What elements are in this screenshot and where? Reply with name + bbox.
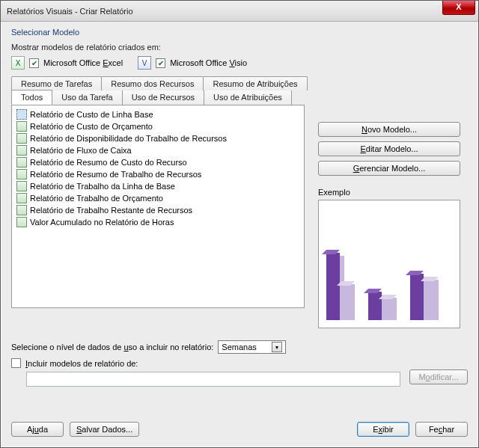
show-models-label: Mostrar modelos de relatório criados em:	[11, 43, 468, 52]
tab-resumo-recursos[interactable]: Resumo dos Recursos	[101, 76, 204, 90]
list-item-label: Relatório de Custo de Orçamento	[30, 122, 153, 131]
list-item-label: Relatório de Resumo de Custo do Recurso	[30, 158, 187, 167]
close-button[interactable]: X	[442, 1, 475, 15]
manage-model-button[interactable]: Gerenciar Modelo...	[318, 161, 460, 176]
close-icon: X	[456, 2, 461, 11]
excel-item-icon	[16, 169, 27, 179]
section-title: Selecionar Modelo	[11, 28, 468, 37]
list-item-label: Relatório de Fluxo de Caixa	[30, 146, 132, 155]
window-title: Relatórios Visuais - Criar Relatório	[7, 7, 133, 16]
usage-level-dropdown[interactable]: Semanas ▾	[218, 340, 285, 354]
list-item-label: Relatório de Trabalho da Linha de Base	[30, 182, 175, 191]
template-list[interactable]: Relatório de Custo de Linha Base Relatór…	[11, 105, 305, 308]
close-dialog-button[interactable]: Fechar	[415, 422, 468, 437]
dialog-window: Relatórios Visuais - Criar Relatório X S…	[0, 0, 479, 448]
list-item-label: Relatório de Disponibilidade do Trabalho…	[30, 134, 227, 143]
excel-label: Microsoft Office Excel	[43, 58, 123, 67]
excel-item-icon	[16, 157, 27, 168]
visio-label: Microsoft Office Visio	[170, 58, 247, 67]
list-item[interactable]: Relatório de Custo de Orçamento	[16, 120, 299, 132]
tab-uso-atribuicoes[interactable]: Uso de Atribuições	[204, 90, 292, 105]
chevron-down-icon: ▾	[272, 342, 282, 352]
usage-level-row: Selecione o nível de dados de uso a incl…	[11, 340, 286, 354]
list-item[interactable]: Relatório de Trabalho da Linha de Base	[16, 180, 299, 192]
save-data-button[interactable]: Salvar Dados...	[70, 422, 139, 437]
visio-icon: V	[138, 56, 151, 70]
bottom-right-buttons: Exibir Fechar	[357, 422, 468, 437]
usage-level-label: Selecione o nível de dados de uso a incl…	[11, 343, 213, 352]
list-item[interactable]: Relatório de Fluxo de Caixa	[16, 144, 299, 156]
excel-checkbox[interactable]	[29, 58, 39, 68]
tabs-row-upper: Resumo de Tarefas Resumo dos Recursos Re…	[11, 76, 468, 90]
excel-item-icon	[16, 205, 27, 215]
list-item[interactable]: Relatório de Disponibilidade do Trabalho…	[16, 132, 299, 144]
modify-button: Modificar...	[409, 369, 468, 384]
include-path-input[interactable]	[26, 372, 400, 387]
titlebar[interactable]: Relatórios Visuais - Criar Relatório X	[1, 1, 478, 22]
list-item-label: Relatório de Trabalho Restante de Recurs…	[30, 206, 192, 215]
dropdown-value: Semanas	[222, 343, 256, 352]
new-model-button[interactable]: Novo Modelo...	[318, 122, 460, 137]
show-button[interactable]: Exibir	[357, 422, 409, 437]
excel-item-icon	[16, 181, 27, 191]
tab-resumo-tarefas[interactable]: Resumo de Tarefas	[11, 76, 102, 90]
visio-checkbox[interactable]	[156, 58, 165, 68]
example-preview	[318, 200, 460, 328]
excel-item-icon	[16, 109, 27, 120]
tab-uso-recursos[interactable]: Uso de Recursos	[122, 90, 204, 105]
excel-item-icon	[16, 121, 27, 132]
excel-item-icon	[16, 145, 27, 156]
list-item-label: Valor Acumulado no Relatório de Horas	[30, 218, 174, 227]
list-item[interactable]: Relatório de Custo de Linha Base	[16, 108, 299, 120]
include-row: Incluir modelos de relatório de:	[11, 358, 138, 368]
excel-item-icon	[16, 133, 27, 144]
tab-todos[interactable]: Todos	[11, 90, 52, 105]
example-label: Exemplo	[318, 188, 350, 197]
edit-model-button[interactable]: Editar Modelo...	[318, 141, 460, 156]
list-item-label: Relatório de Custo de Linha Base	[30, 110, 153, 119]
excel-item-icon	[16, 193, 27, 203]
chart-icon	[326, 238, 454, 320]
list-item-label: Relatório de Trabalho de Orçamento	[30, 194, 163, 203]
tab-resumo-atribuicoes[interactable]: Resumo de Atribuições	[203, 76, 307, 90]
excel-icon: X	[11, 56, 25, 70]
include-label: Incluir modelos de relatório de:	[25, 359, 138, 368]
list-item[interactable]: Valor Acumulado no Relatório de Horas	[16, 216, 299, 228]
list-item[interactable]: Relatório de Trabalho Restante de Recurs…	[16, 204, 299, 216]
bottom-left-buttons: Ajuda Salvar Dados...	[11, 422, 139, 437]
tab-uso-tarefa[interactable]: Uso da Tarefa	[52, 90, 122, 105]
tabs-row-lower: Todos Uso da Tarefa Uso de Recursos Uso …	[11, 90, 468, 105]
list-item-label: Relatório de Resumo de Trabalho de Recur…	[30, 170, 201, 179]
excel-item-icon	[16, 217, 27, 227]
side-buttons: Novo Modelo... Editar Modelo... Gerencia…	[318, 122, 460, 176]
help-button[interactable]: Ajuda	[11, 422, 64, 437]
filter-row: X Microsoft Office Excel V Microsoft Off…	[11, 56, 468, 70]
list-item[interactable]: Relatório de Resumo de Trabalho de Recur…	[16, 168, 299, 180]
include-checkbox[interactable]	[11, 358, 21, 368]
list-item[interactable]: Relatório de Resumo de Custo do Recurso	[16, 156, 299, 168]
list-item[interactable]: Relatório de Trabalho de Orçamento	[16, 192, 299, 204]
